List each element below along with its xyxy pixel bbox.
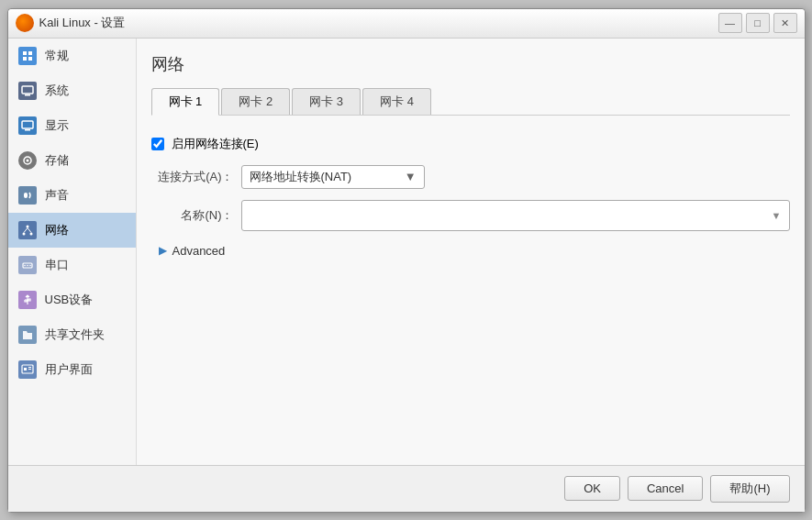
audio-icon: [17, 185, 38, 205]
svg-rect-2: [23, 57, 27, 61]
sidebar-item-display[interactable]: 显示: [8, 108, 136, 143]
svg-rect-10: [24, 193, 28, 198]
footer: OK Cancel 帮助(H): [8, 465, 805, 512]
svg-point-9: [26, 159, 28, 161]
svg-rect-1: [28, 51, 32, 55]
enable-network-label[interactable]: 启用网络连接(E): [172, 136, 259, 152]
tab-nic2[interactable]: 网卡 2: [221, 88, 290, 115]
sidebar: 常规 系统 显示: [8, 39, 137, 465]
svg-line-15: [28, 227, 31, 232]
page-title: 网络: [151, 53, 790, 75]
system-icon: [17, 81, 38, 101]
connect-method-label: 连接方式(A)：: [151, 169, 234, 185]
svg-line-14: [24, 227, 28, 232]
network-form: 启用网络连接(E) 连接方式(A)： 网络地址转换(NAT) ▼ 名称(N)：: [151, 128, 790, 267]
advanced-expand-icon: ▶: [159, 244, 167, 257]
sidebar-label-serial: 串口: [45, 257, 69, 273]
minimize-button[interactable]: —: [718, 13, 742, 33]
tab-nic1[interactable]: 网卡 1: [151, 88, 220, 116]
sidebar-label-usb: USB设备: [45, 292, 94, 308]
advanced-label: Advanced: [172, 244, 226, 258]
main-content: 常规 系统 显示: [8, 39, 805, 465]
maximize-button[interactable]: □: [746, 13, 770, 33]
connect-method-arrow-icon: ▼: [405, 170, 417, 183]
svg-point-11: [26, 225, 28, 227]
window-controls: — □ ✕: [718, 13, 797, 33]
sidebar-label-display: 显示: [45, 117, 69, 134]
sidebar-label-general: 常规: [45, 48, 69, 64]
svg-point-18: [27, 264, 28, 266]
svg-rect-7: [25, 129, 30, 131]
svg-rect-3: [28, 57, 32, 61]
name-input[interactable]: [250, 204, 772, 227]
close-button[interactable]: ✕: [773, 13, 797, 33]
svg-rect-5: [25, 94, 30, 96]
sidebar-item-serial[interactable]: 串口: [8, 248, 136, 282]
svg-rect-4: [22, 86, 33, 94]
app-icon: [16, 14, 34, 32]
content-area: 网络 网卡 1 网卡 2 网卡 3 网卡 4 启用网络连接(E): [137, 39, 805, 465]
sidebar-label-ui: 用户界面: [45, 361, 93, 378]
svg-point-17: [24, 264, 26, 266]
svg-rect-23: [28, 369, 31, 370]
enable-network-row: 启用网络连接(E): [151, 136, 790, 152]
general-icon: [17, 46, 38, 66]
cancel-button[interactable]: Cancel: [628, 476, 703, 501]
name-input-container: ▼: [241, 200, 790, 231]
sidebar-item-ui[interactable]: 用户界面: [8, 352, 136, 387]
tabs-bar: 网卡 1 网卡 2 网卡 3 网卡 4: [151, 88, 790, 116]
svg-rect-0: [23, 51, 27, 55]
help-button[interactable]: 帮助(H): [710, 475, 789, 503]
shared-icon: [17, 325, 38, 345]
enable-network-checkbox[interactable]: [151, 138, 164, 150]
svg-point-13: [29, 232, 32, 235]
usb-icon: [17, 290, 38, 310]
ok-button[interactable]: OK: [564, 476, 620, 501]
display-icon: [17, 116, 38, 136]
sidebar-item-usb[interactable]: USB设备: [8, 282, 136, 317]
connect-method-select[interactable]: 网络地址转换(NAT) ▼: [241, 165, 425, 189]
name-label: 名称(N)：: [151, 207, 234, 224]
advanced-row[interactable]: ▶ Advanced: [159, 242, 790, 260]
storage-icon: [17, 150, 38, 171]
tab-nic3[interactable]: 网卡 3: [292, 88, 361, 115]
svg-point-12: [22, 232, 25, 235]
sidebar-item-audio[interactable]: 声音: [8, 178, 136, 213]
name-dropdown-arrow-icon: ▼: [772, 210, 782, 221]
sidebar-label-system: 系统: [45, 83, 69, 99]
svg-rect-21: [24, 368, 27, 371]
sidebar-label-audio: 声音: [45, 187, 69, 204]
svg-rect-20: [22, 365, 33, 373]
sidebar-label-network: 网络: [45, 222, 69, 238]
sidebar-label-shared: 共享文件夹: [45, 326, 105, 343]
name-row: 名称(N)： ▼: [151, 200, 790, 231]
sidebar-label-storage: 存储: [45, 152, 69, 169]
window-title: Kali Linux - 设置: [39, 15, 718, 31]
sidebar-item-storage[interactable]: 存储: [8, 143, 136, 178]
connect-method-value: 网络地址转换(NAT): [250, 169, 397, 185]
tab-nic4[interactable]: 网卡 4: [362, 88, 431, 115]
connect-method-row: 连接方式(A)： 网络地址转换(NAT) ▼: [151, 165, 790, 189]
network-icon: [17, 220, 38, 240]
svg-point-19: [29, 264, 31, 266]
sidebar-item-network[interactable]: 网络: [8, 213, 136, 248]
sidebar-item-general[interactable]: 常规: [8, 39, 136, 73]
serial-icon: [17, 255, 38, 275]
sidebar-item-shared[interactable]: 共享文件夹: [8, 317, 136, 352]
svg-rect-6: [22, 121, 33, 128]
titlebar: Kali Linux - 设置 — □ ✕: [8, 9, 805, 39]
ui-icon: [17, 360, 38, 380]
svg-rect-22: [28, 367, 31, 368]
sidebar-item-system[interactable]: 系统: [8, 73, 136, 108]
